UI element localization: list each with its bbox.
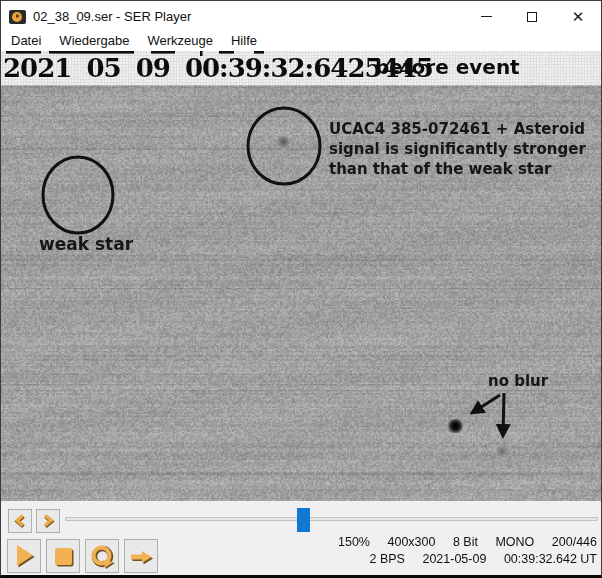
status-zoom-level: 150% [338, 535, 370, 549]
maximize-button[interactable] [509, 1, 555, 32]
status-line-1: 150% 400x300 8 Bit MONO 200/446 [324, 534, 597, 551]
ucac4-line-2: signal is significantly stronger [329, 139, 599, 159]
title-bar: 02_38_09.ser - SER Player ✕ [1, 1, 601, 32]
status-date: 2021-05-09 [422, 552, 486, 566]
weak-star-label: weak star [39, 234, 133, 254]
next-frame-icon [39, 512, 57, 530]
status-bit-depth: 8 Bit [453, 535, 478, 549]
ucac4-line-3: than that of the weak star [329, 159, 599, 179]
video-frame-viewport: 2021 05 09 00:39:32:6425445 before event… [1, 51, 602, 501]
status-line-2: 2 BPS 2021-05-09 00:39:32.642 UT [324, 551, 597, 568]
forward-button[interactable] [124, 539, 158, 573]
no-blur-label: no blur [488, 372, 548, 390]
app-icon [9, 10, 26, 24]
status-bar: 150% 400x300 8 Bit MONO 200/446 2 BPS 20… [324, 534, 597, 568]
status-color-mode: MONO [495, 535, 534, 549]
frame-slider-handle[interactable] [297, 508, 310, 532]
repeat-icon [88, 542, 116, 570]
minimize-icon [481, 16, 492, 17]
stop-button[interactable] [46, 539, 80, 573]
play-dot-icon [12, 12, 22, 22]
menu-wiedergabe[interactable]: Wiedergabe [50, 32, 138, 51]
menu-bar: Datei Wiedergabe Werkzeuge Hilfe [1, 32, 601, 51]
play-icon [10, 542, 38, 570]
menu-datei[interactable]: Datei [2, 32, 50, 51]
window-controls: ✕ [463, 1, 601, 32]
ser-player-window: 02_38_09.ser - SER Player ✕ Datei Wieder… [0, 0, 602, 578]
next-frame-button[interactable] [36, 509, 60, 533]
maximize-icon [527, 12, 537, 22]
prev-frame-icon [11, 512, 29, 530]
frame-timestamp-overlay: 2021 05 09 00:39:32:6425445 [3, 53, 433, 83]
close-button[interactable]: ✕ [555, 1, 601, 32]
playback-controls: 150% 400x300 8 Bit MONO 200/446 2 BPS 20… [1, 501, 602, 575]
before-event-label: before event [375, 55, 520, 79]
stop-icon [49, 542, 77, 570]
forward-icon [127, 542, 155, 570]
status-frame-counter: 200/446 [552, 535, 597, 549]
menu-hilfe[interactable]: Hilfe [222, 32, 266, 51]
repeat-button[interactable] [85, 539, 119, 573]
ucac4-annotation: UCAC4 385-072461 + Asteroid signal is si… [329, 119, 599, 179]
prev-frame-button[interactable] [8, 509, 32, 533]
ucac4-line-1: UCAC4 385-072461 + Asteroid [329, 119, 599, 139]
frame-slider[interactable] [65, 517, 598, 521]
status-bps: 2 BPS [370, 552, 405, 566]
status-resolution: 400x300 [387, 535, 435, 549]
minimize-button[interactable] [463, 1, 509, 32]
status-time: 00:39:32.642 UT [504, 552, 597, 566]
play-button[interactable] [7, 539, 41, 573]
menu-werkzeuge[interactable]: Werkzeuge [138, 32, 222, 51]
window-title: 02_38_09.ser - SER Player [33, 9, 191, 24]
